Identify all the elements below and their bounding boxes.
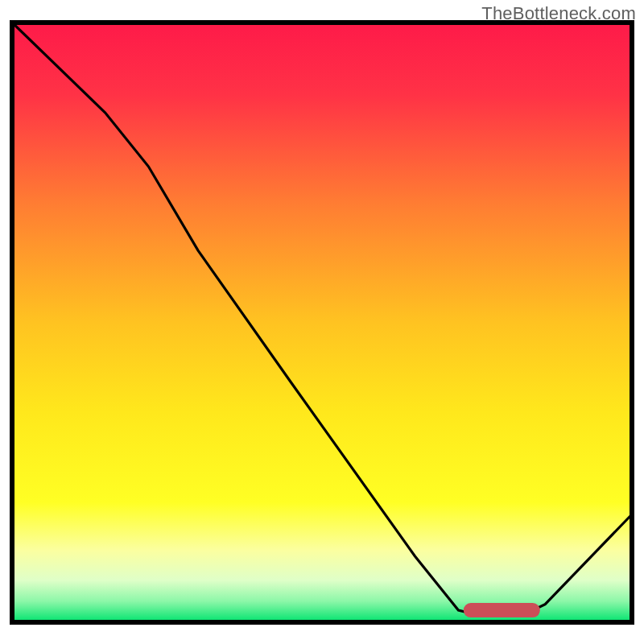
watermark-text: TheBottleneck.com [481, 3, 636, 24]
bottleneck-chart [0, 0, 644, 644]
chart-frame: TheBottleneck.com [0, 0, 644, 644]
